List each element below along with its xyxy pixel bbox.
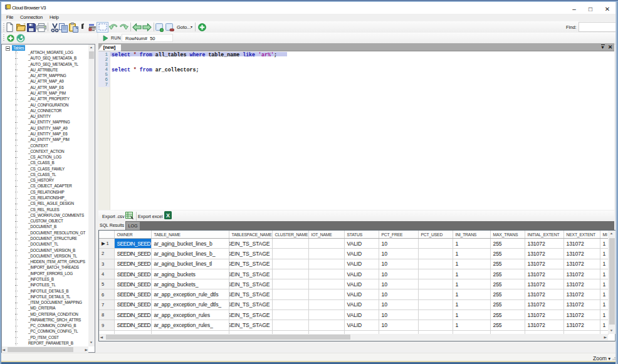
svg-text:X: X [166, 212, 170, 219]
